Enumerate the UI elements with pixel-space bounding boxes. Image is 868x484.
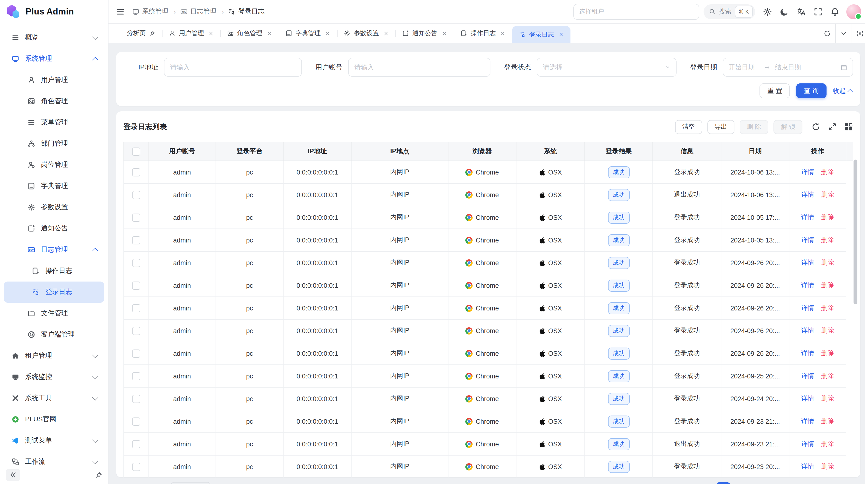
close-icon[interactable] <box>325 31 330 36</box>
reset-button[interactable]: 重 置 <box>760 84 790 98</box>
sidebar-item[interactable]: 系统监控 <box>4 366 104 388</box>
language-translate-icon[interactable] <box>797 7 806 16</box>
prev-page-button[interactable] <box>701 482 716 484</box>
sidebar-item[interactable]: 测试菜单 <box>4 430 104 451</box>
sidebar-item[interactable]: 系统工具 <box>4 388 104 409</box>
tab[interactable]: 分析页 <box>120 24 162 43</box>
pin-icon[interactable] <box>95 471 102 479</box>
detail-link[interactable]: 详情 <box>801 327 814 334</box>
detail-link[interactable]: 详情 <box>801 463 814 470</box>
close-icon[interactable] <box>558 32 564 37</box>
sidebar-item[interactable]: 通知公告 <box>4 218 104 239</box>
delete-link[interactable]: 删除 <box>821 214 834 221</box>
sidebar-item[interactable]: PLUS官网 <box>4 409 104 430</box>
tab[interactable]: 字典管理 <box>279 24 337 43</box>
row-checkbox[interactable] <box>132 394 140 403</box>
unlock-button[interactable]: 解 锁 <box>774 120 802 134</box>
sidebar-item[interactable]: 用户管理 <box>4 69 104 91</box>
sidebar-item[interactable]: 登录日志 <box>4 282 104 303</box>
detail-link[interactable]: 详情 <box>801 282 814 289</box>
sidebar-item[interactable]: 参数设置 <box>4 197 104 218</box>
close-icon[interactable] <box>442 31 447 36</box>
clear-button[interactable]: 清空 <box>675 120 702 134</box>
table-scrollbar[interactable] <box>854 160 858 304</box>
delete-link[interactable]: 删除 <box>821 259 834 266</box>
tab[interactable]: 操作日志 <box>454 24 512 43</box>
close-icon[interactable] <box>267 31 272 36</box>
breadcrumb-item[interactable]: 登录日志 › <box>228 7 265 16</box>
export-button[interactable]: 导出 <box>707 120 735 134</box>
sidebar-item[interactable]: 菜单管理 <box>4 112 104 133</box>
sidebar-item[interactable]: DEV 日志管理 <box>4 239 104 260</box>
row-checkbox[interactable] <box>132 168 140 176</box>
delete-link[interactable]: 删除 <box>821 304 834 312</box>
detail-link[interactable]: 详情 <box>801 440 814 447</box>
detail-link[interactable]: 详情 <box>801 191 814 198</box>
tab[interactable]: 参数设置 <box>337 24 396 43</box>
detail-link[interactable]: 详情 <box>801 350 814 357</box>
notifications-bell-icon[interactable] <box>830 7 840 16</box>
tab[interactable]: 用户管理 <box>162 24 220 43</box>
tenant-select[interactable]: 选择租户 <box>573 4 699 20</box>
tab[interactable]: 角色管理 <box>220 24 279 43</box>
page-number-button[interactable]: 4 <box>763 482 777 484</box>
row-checkbox[interactable] <box>132 304 140 312</box>
delete-link[interactable]: 删除 <box>821 395 834 402</box>
detail-link[interactable]: 详情 <box>801 214 814 221</box>
row-checkbox[interactable] <box>132 349 140 357</box>
collapse-filter-link[interactable]: 收起 <box>833 87 852 95</box>
delete-link[interactable]: 删除 <box>821 417 834 425</box>
detail-link[interactable]: 详情 <box>801 304 814 312</box>
sidebar-item[interactable]: 部门管理 <box>4 133 104 154</box>
search-button[interactable]: 搜索 ⌘ K <box>703 4 755 19</box>
sidebar-item[interactable]: 租户管理 <box>4 345 104 366</box>
row-checkbox[interactable] <box>132 259 140 267</box>
row-checkbox[interactable] <box>132 440 140 448</box>
sidebar-item[interactable]: 操作日志 <box>4 260 104 282</box>
tab[interactable]: 通知公告 <box>396 24 454 43</box>
account-input[interactable]: 请输入 <box>348 58 490 77</box>
page-number-button[interactable]: 5 <box>778 482 792 484</box>
page-number-button[interactable]: 6 <box>793 482 808 484</box>
sidebar-collapse-button[interactable] <box>6 469 20 481</box>
sidebar-item[interactable]: 文件管理 <box>4 303 104 324</box>
row-checkbox[interactable] <box>132 281 140 289</box>
status-select[interactable]: 请选择 <box>537 58 677 77</box>
delete-link[interactable]: 删除 <box>821 350 834 357</box>
sidebar-item[interactable]: 系统管理 <box>4 48 104 69</box>
tab-menu-button[interactable] <box>835 24 851 43</box>
close-icon[interactable] <box>383 31 389 36</box>
detail-link[interactable]: 详情 <box>801 259 814 266</box>
page-size-select[interactable]: 20条/页 <box>171 482 211 484</box>
detail-link[interactable]: 详情 <box>801 417 814 425</box>
close-icon[interactable] <box>500 31 505 36</box>
first-page-button[interactable] <box>671 482 686 484</box>
row-checkbox[interactable] <box>132 191 140 199</box>
detail-link[interactable]: 详情 <box>801 395 814 402</box>
delete-link[interactable]: 删除 <box>821 327 834 334</box>
row-checkbox[interactable] <box>132 372 140 380</box>
page-scrollbar-track[interactable] <box>865 23 868 484</box>
breadcrumb-item[interactable]: DEV 日志管理 › <box>180 7 226 16</box>
detail-link[interactable]: 详情 <box>801 168 814 175</box>
delete-link[interactable]: 删除 <box>821 282 834 289</box>
user-avatar[interactable] <box>846 4 861 19</box>
dark-mode-moon-icon[interactable] <box>780 7 789 16</box>
next-page-button[interactable] <box>808 482 823 484</box>
row-checkbox[interactable] <box>132 213 140 222</box>
delete-button[interactable]: 删 除 <box>740 120 768 134</box>
row-checkbox[interactable] <box>132 327 140 335</box>
sidebar-item[interactable]: 客户端管理 <box>4 324 104 345</box>
tab-refresh-button[interactable] <box>819 24 835 43</box>
refresh-icon[interactable] <box>812 123 820 131</box>
detail-link[interactable]: 详情 <box>801 236 814 244</box>
row-checkbox[interactable] <box>132 236 140 244</box>
delete-link[interactable]: 删除 <box>821 191 834 198</box>
page-number-button[interactable]: 3 <box>747 482 762 484</box>
delete-link[interactable]: 删除 <box>821 168 834 175</box>
delete-link[interactable]: 删除 <box>821 463 834 470</box>
row-checkbox[interactable] <box>132 462 140 471</box>
fast-back-button[interactable] <box>686 482 701 484</box>
last-page-button[interactable] <box>838 482 853 484</box>
delete-link[interactable]: 删除 <box>821 236 834 244</box>
